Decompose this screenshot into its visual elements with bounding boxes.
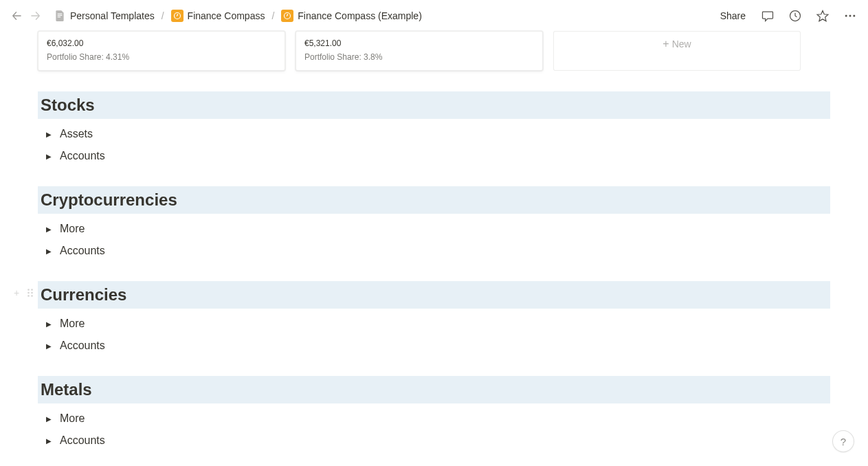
- triangle-right-icon: ▶: [42, 244, 56, 258]
- arrow-left-icon: [12, 11, 21, 21]
- comment-icon: [761, 9, 775, 23]
- breadcrumb-separator: /: [271, 10, 274, 21]
- section-cryptocurrencies: Cryptocurrencies ▶ More ▶ Accounts: [38, 186, 830, 260]
- drag-icon: [27, 288, 34, 298]
- triangle-right-icon: ▶: [42, 434, 56, 447]
- add-block-button[interactable]: +: [10, 287, 23, 299]
- breadcrumb-item-personal-templates[interactable]: Personal Templates: [51, 8, 157, 23]
- svg-point-7: [849, 14, 852, 16]
- triangle-right-icon: ▶: [42, 149, 56, 163]
- toggle-more[interactable]: ▶ More: [42, 314, 830, 333]
- star-icon: [816, 9, 830, 23]
- breadcrumb-label: Finance Compass (Example): [298, 10, 422, 21]
- svg-point-13: [27, 295, 30, 297]
- toggle-more[interactable]: ▶ More: [42, 219, 830, 238]
- comments-button[interactable]: [758, 6, 777, 25]
- triangle-right-icon: ▶: [42, 412, 56, 425]
- toggle-label: More: [60, 412, 85, 425]
- section-currencies: + Currencies ▶ More ▶ Accounts: [38, 281, 830, 355]
- svg-point-8: [853, 14, 855, 16]
- favorite-button[interactable]: [813, 6, 832, 25]
- card-share-label: Portfolio Share: 4.31%: [47, 52, 276, 62]
- nav-back-button[interactable]: [8, 8, 25, 24]
- topbar-left: Personal Templates / Finance Compass / F…: [8, 8, 425, 24]
- svg-rect-1: [58, 14, 63, 15]
- new-card-label: New: [672, 38, 691, 49]
- triangle-right-icon: ▶: [42, 222, 56, 236]
- compass-icon: [171, 10, 183, 22]
- main-content: €6,032.00 Portfolio Share: 4.31% €5,321.…: [0, 31, 868, 466]
- svg-point-12: [31, 292, 33, 294]
- arrow-right-icon: [31, 11, 41, 21]
- section-title[interactable]: Metals: [38, 376, 830, 403]
- section-stocks: Stocks ▶ Assets ▶ Accounts: [38, 91, 830, 166]
- breadcrumb-item-finance-compass-example[interactable]: Finance Compass (Example): [278, 8, 425, 23]
- card-value: €6,032.00: [47, 38, 276, 48]
- breadcrumb-label: Personal Templates: [70, 10, 155, 21]
- drag-handle[interactable]: [24, 287, 36, 299]
- clock-icon: [788, 9, 802, 23]
- breadcrumb-label: Finance Compass: [188, 10, 265, 21]
- toggle-accounts[interactable]: ▶ Accounts: [42, 431, 830, 450]
- svg-rect-2: [58, 16, 61, 17]
- svg-point-9: [27, 289, 30, 291]
- toggle-label: Assets: [60, 128, 93, 140]
- toggle-assets[interactable]: ▶ Assets: [42, 124, 830, 144]
- svg-point-11: [27, 292, 30, 294]
- dots-icon: [843, 9, 857, 23]
- cards-row: €6,032.00 Portfolio Share: 4.31% €5,321.…: [38, 31, 830, 71]
- toggle-label: Accounts: [60, 434, 105, 447]
- block-hover-controls: +: [10, 287, 36, 299]
- share-button[interactable]: Share: [716, 8, 750, 24]
- toggle-more[interactable]: ▶ More: [42, 409, 830, 428]
- nav-forward-button[interactable]: [27, 8, 44, 24]
- section-metals: Metals ▶ More ▶ Accounts: [38, 376, 830, 450]
- compass-icon: [281, 10, 293, 22]
- toggle-label: Accounts: [60, 245, 105, 257]
- section-title[interactable]: Stocks: [38, 91, 830, 119]
- card-share-label: Portfolio Share: 3.8%: [304, 52, 534, 62]
- toggle-label: Accounts: [60, 150, 105, 162]
- help-button[interactable]: ?: [832, 430, 854, 452]
- svg-point-14: [31, 295, 33, 297]
- toggle-label: Accounts: [60, 340, 105, 352]
- breadcrumb-item-finance-compass[interactable]: Finance Compass: [168, 8, 268, 23]
- breadcrumb: Personal Templates / Finance Compass / F…: [51, 8, 425, 23]
- toggle-label: More: [60, 318, 85, 330]
- topbar: Personal Templates / Finance Compass / F…: [0, 0, 868, 31]
- svg-rect-0: [58, 13, 63, 14]
- svg-point-10: [31, 289, 33, 291]
- section-title[interactable]: Cryptocurrencies: [38, 186, 830, 214]
- card-value: €5,321.00: [304, 38, 534, 48]
- plus-icon: +: [663, 38, 669, 49]
- section-title[interactable]: Currencies: [38, 281, 830, 309]
- triangle-right-icon: ▶: [42, 339, 56, 353]
- portfolio-card[interactable]: €6,032.00 Portfolio Share: 4.31%: [38, 31, 285, 71]
- svg-point-6: [845, 14, 847, 16]
- breadcrumb-separator: /: [162, 10, 164, 21]
- triangle-right-icon: ▶: [42, 127, 56, 141]
- portfolio-card[interactable]: €5,321.00 Portfolio Share: 3.8%: [296, 31, 543, 71]
- triangle-right-icon: ▶: [42, 317, 56, 331]
- toggle-accounts[interactable]: ▶ Accounts: [42, 146, 830, 166]
- more-button[interactable]: [841, 6, 860, 25]
- toggle-accounts[interactable]: ▶ Accounts: [42, 241, 830, 260]
- updates-button[interactable]: [786, 6, 805, 25]
- new-card-button[interactable]: + New: [553, 31, 801, 71]
- document-icon: [54, 10, 66, 22]
- topbar-right: Share: [716, 6, 860, 25]
- toggle-label: More: [60, 223, 85, 235]
- toggle-accounts[interactable]: ▶ Accounts: [42, 336, 830, 355]
